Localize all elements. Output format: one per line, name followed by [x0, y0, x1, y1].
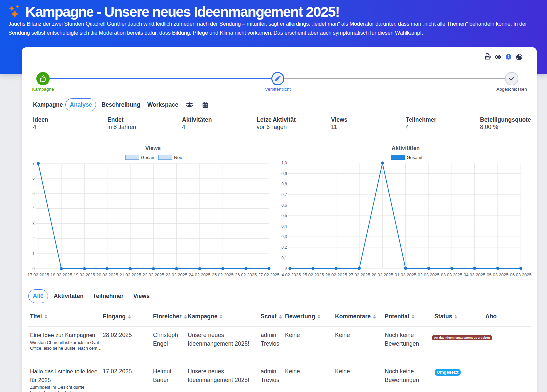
- svg-text:18.02.2025: 18.02.2025: [50, 272, 72, 277]
- svg-text:0,1: 0,1: [281, 256, 287, 260]
- svg-text:23.02.2025: 23.02.2025: [166, 272, 187, 277]
- svg-text:04.03.2025: 04.03.2025: [464, 272, 485, 277]
- svg-text:03.03.2025: 03.03.2025: [441, 272, 462, 277]
- svg-text:19.02.2025: 19.02.2025: [74, 272, 95, 277]
- svg-text:02.03.2025: 02.03.2025: [418, 272, 439, 277]
- svg-text:3: 3: [32, 221, 35, 226]
- svg-text:24.02.2025: 24.02.2025: [281, 272, 301, 277]
- svg-text:01.03.2025: 01.03.2025: [395, 272, 416, 277]
- svg-text:0,5: 0,5: [281, 213, 287, 218]
- svg-text:Neu: Neu: [174, 155, 182, 160]
- svg-text:26.02.2025: 26.02.2025: [325, 272, 347, 277]
- svg-text:26.02.2025: 26.02.2025: [235, 272, 257, 277]
- svg-text:0,7: 0,7: [281, 192, 287, 197]
- svg-text:0,9: 0,9: [281, 171, 287, 176]
- svg-text:2: 2: [32, 236, 35, 241]
- svg-text:0,8: 0,8: [281, 182, 287, 186]
- svg-text:1,0: 1,0: [281, 161, 287, 165]
- svg-text:22.02.2025: 22.02.2025: [143, 272, 164, 277]
- svg-text:0,2: 0,2: [281, 245, 287, 250]
- svg-text:Gesamt: Gesamt: [407, 155, 423, 160]
- svg-text:06.03.2025: 06.03.2025: [510, 272, 532, 277]
- svg-text:0,4: 0,4: [281, 224, 287, 229]
- svg-text:27.02.2025: 27.02.2025: [348, 272, 370, 277]
- svg-text:0,6: 0,6: [281, 203, 287, 208]
- svg-text:1: 1: [32, 251, 35, 256]
- svg-text:4: 4: [32, 206, 35, 211]
- svg-text:21.02.2025: 21.02.2025: [119, 272, 141, 277]
- svg-text:27.02.2025: 27.02.2025: [258, 272, 279, 277]
- svg-text:5: 5: [32, 191, 35, 196]
- svg-text:17.02.2025: 17.02.2025: [27, 272, 49, 277]
- svg-text:6: 6: [32, 176, 35, 181]
- svg-text:25.02.2025: 25.02.2025: [212, 272, 234, 277]
- svg-text:0,3: 0,3: [281, 234, 287, 239]
- svg-text:28.02.2025: 28.02.2025: [372, 272, 393, 277]
- svg-text:7: 7: [32, 161, 35, 166]
- svg-text:0: 0: [32, 266, 35, 271]
- svg-text:0: 0: [285, 266, 287, 271]
- svg-text:Aktivitäten: Aktivitäten: [392, 145, 420, 151]
- svg-text:24.02.2025: 24.02.2025: [189, 272, 210, 277]
- svg-text:Views: Views: [145, 145, 161, 151]
- svg-text:05.03.2025: 05.03.2025: [487, 272, 508, 277]
- svg-text:25.02.2025: 25.02.2025: [302, 272, 324, 277]
- svg-text:Gesamt: Gesamt: [141, 155, 157, 160]
- svg-text:20.02.2025: 20.02.2025: [96, 272, 118, 277]
